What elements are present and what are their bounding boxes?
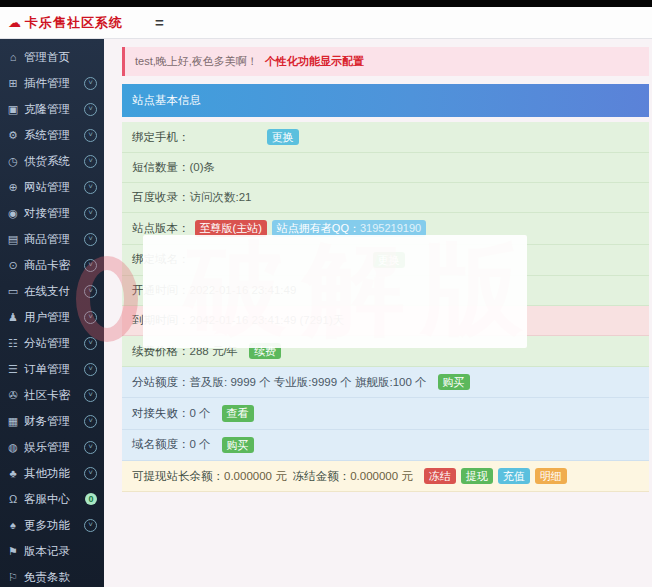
sidebar-item-website-mgmt[interactable]: ⊕网站管理˅ — [0, 174, 104, 200]
bar-chart-icon: ▦ — [7, 415, 19, 428]
row-label: 域名额度： — [132, 437, 190, 452]
sidebar-item-system-mgmt[interactable]: ⚙系统管理˅ — [0, 122, 104, 148]
chevron-down-icon: ˅ — [84, 207, 97, 220]
app-title: 卡乐售社区系统 — [25, 14, 123, 32]
row-value: 0 个 — [190, 406, 211, 421]
freeze-button[interactable]: 冻结 — [424, 468, 456, 484]
globe-icon: ⊕ — [7, 181, 19, 194]
row-label: 可提现站长余额： — [132, 469, 224, 484]
sidebar-item-disclaimer[interactable]: ⚐免责条款 — [0, 564, 104, 587]
sidebar-item-label: 商品管理 — [24, 232, 70, 247]
personalization-config-link[interactable]: 个性化功能显示配置 — [265, 55, 364, 67]
chevron-down-icon: ˅ — [84, 285, 97, 298]
table-row: 可提现站长余额：0.000000 元冻结金额：0.000000 元冻结提现充值明… — [122, 461, 649, 492]
qq-number: 3195219190 — [360, 222, 421, 234]
privacy-cover-overlay — [143, 235, 527, 348]
sidebar-item-goods-mgmt[interactable]: ▤商品管理˅ — [0, 226, 104, 252]
sidebar-item-label: 对接管理 — [24, 206, 70, 221]
row-label: 绑定手机： — [132, 130, 190, 145]
sidebar-item-goods-cardkeys[interactable]: ⊙商品卡密˅ — [0, 252, 104, 278]
sidebar-item-clone-mgmt[interactable]: ▣克隆管理˅ — [0, 96, 104, 122]
gear-icon: ⚙ — [7, 129, 19, 142]
row-label: 冻结金额： — [293, 469, 351, 484]
sidebar-item-online-payment[interactable]: ▭在线支付˅ — [0, 278, 104, 304]
chevron-down-icon: ˅ — [84, 337, 97, 350]
table-row: 百度收录：访问次数:21 — [122, 183, 649, 213]
chevron-down-icon: ˅ — [84, 389, 97, 402]
sidebar-item-label: 网站管理 — [24, 180, 70, 195]
chevron-down-icon: ˅ — [84, 467, 97, 480]
chevron-down-icon: ˅ — [84, 415, 97, 428]
users-icon: ♟ — [7, 311, 19, 324]
chevron-down-icon: ˅ — [84, 77, 97, 90]
sidebar-item-service-center[interactable]: Ω客服中心0 — [0, 486, 104, 512]
sidebar-item-label: 更多功能 — [24, 518, 70, 533]
sidebar-item-entertainment[interactable]: ◍娱乐管理˅ — [0, 434, 104, 460]
sidebar-item-admin-home[interactable]: ⌂管理首页 — [0, 44, 104, 70]
sidebar-item-finance-mgmt[interactable]: ▦财务管理˅ — [0, 408, 104, 434]
key-icon: ⊙ — [7, 259, 19, 272]
lock-icon: ⊞ — [7, 77, 19, 90]
greeting-text: test,晚上好,夜色多美啊！ — [135, 55, 258, 67]
clone-icon: ▣ — [7, 103, 19, 116]
details-button[interactable]: 明细 — [535, 468, 567, 484]
sidebar-item-community-keys[interactable]: ✇社区卡密˅ — [0, 382, 104, 408]
sidebar-item-order-mgmt[interactable]: ☰订单管理˅ — [0, 356, 104, 382]
sidebar-item-label: 供货系统 — [24, 154, 70, 169]
sidebar-item-label: 版本记录 — [24, 544, 70, 559]
row-value: 普及版: 9999 个 专业版:9999 个 旗舰版:100 个 — [190, 375, 427, 390]
table-row: 分站额度：普及版: 9999 个 专业版:9999 个 旗舰版:100 个购买 — [122, 367, 649, 398]
app-header: ☁ 卡乐售社区系统 = — [0, 7, 652, 39]
row-label: 站点版本： — [132, 221, 190, 236]
sidebar-item-label: 娱乐管理 — [24, 440, 70, 455]
sidebar-item-label: 订单管理 — [24, 362, 70, 377]
greeting-banner: test,晚上好,夜色多美啊！ 个性化功能显示配置 — [122, 47, 649, 76]
chevron-down-icon: ˅ — [84, 259, 97, 272]
table-row: 域名额度：0 个购买 — [122, 430, 649, 461]
cloud-logo-icon: ☁ — [8, 16, 21, 29]
sidebar-item-substation-mgmt[interactable]: ☷分站管理˅ — [0, 330, 104, 356]
brand: ☁ 卡乐售社区系统 — [8, 14, 123, 32]
row-value: 0 个 — [190, 437, 211, 452]
sidebar-item-label: 免责条款 — [24, 570, 70, 585]
chevron-down-icon: ˅ — [84, 311, 97, 324]
sidebar-item-user-mgmt[interactable]: ♟用户管理˅ — [0, 304, 104, 330]
masked-value — [190, 137, 262, 138]
apple-icon: ♣ — [7, 467, 19, 479]
sidebar-item-more-functions[interactable]: ♠更多功能˅ — [0, 512, 104, 538]
recharge-button[interactable]: 充值 — [498, 468, 530, 484]
sidebar-item-label: 克隆管理 — [24, 102, 70, 117]
sidebar-item-label: 其他功能 — [24, 466, 70, 481]
home-icon: ⌂ — [7, 51, 19, 63]
sidebar-item-supply-system[interactable]: ◷供货系统˅ — [0, 148, 104, 174]
chevron-down-icon: ˅ — [84, 129, 97, 142]
compass-icon: ◍ — [7, 441, 19, 454]
buy-domain-quota-button[interactable]: 购买 — [222, 437, 254, 453]
sidebar-item-label: 用户管理 — [24, 310, 70, 325]
chevron-down-icon: ˅ — [84, 155, 97, 168]
sidebar-item-docking-mgmt[interactable]: ◉对接管理˅ — [0, 200, 104, 226]
box-icon: ▤ — [7, 233, 19, 246]
sidebar-item-label: 插件管理 — [24, 76, 70, 91]
change-phone-button[interactable]: 更换 — [267, 129, 299, 145]
flag-icon: ⚐ — [7, 571, 19, 584]
sidebar-item-label: 财务管理 — [24, 414, 70, 429]
list-icon: ☰ — [7, 363, 19, 376]
row-label: 分站额度： — [132, 375, 190, 390]
sidebar-item-plugin-mgmt[interactable]: ⊞插件管理˅ — [0, 70, 104, 96]
withdraw-button[interactable]: 提现 — [461, 468, 493, 484]
key-icon: ✇ — [7, 389, 19, 402]
row-label: 对接失败： — [132, 406, 190, 421]
row-value: 访问次数:21 — [190, 190, 252, 205]
sidebar-count-badge: 0 — [85, 493, 97, 505]
row-value: 0.000000 元 — [350, 469, 413, 484]
view-docking-failures-button[interactable]: 查看 — [222, 405, 254, 421]
chevron-down-icon: ˅ — [84, 103, 97, 116]
sidebar-item-version-history[interactable]: ⚑版本记录 — [0, 538, 104, 564]
chevron-down-icon: ˅ — [84, 519, 97, 532]
clock-icon: ◷ — [7, 155, 19, 168]
sidebar-item-other-functions[interactable]: ♣其他功能˅ — [0, 460, 104, 486]
buy-substation-quota-button[interactable]: 购买 — [438, 374, 470, 390]
sidebar-toggle-icon[interactable]: = — [155, 15, 164, 30]
chevron-down-icon: ˅ — [84, 441, 97, 454]
